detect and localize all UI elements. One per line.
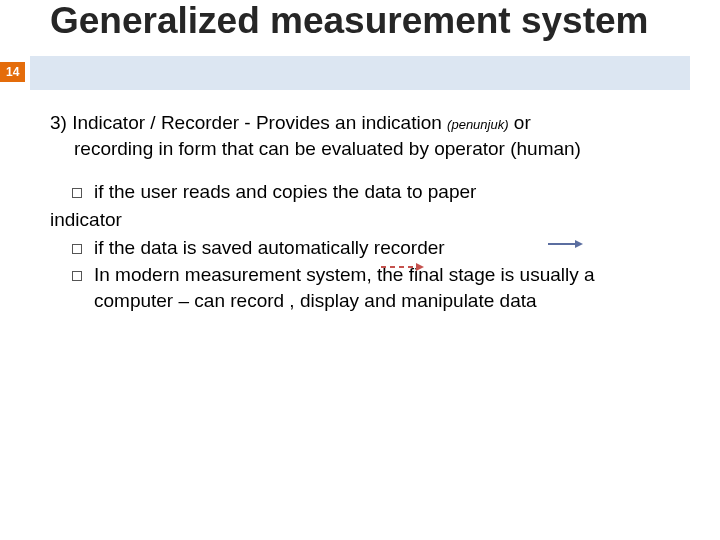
bullet-square-icon: [72, 244, 82, 254]
bullet-1-wrap: indicator: [50, 207, 670, 233]
title-band: [30, 56, 690, 90]
para1-line2: recording in form that can be evaluated …: [74, 136, 670, 162]
bullet-square-icon: [72, 271, 82, 281]
page-number-badge: 14: [0, 62, 25, 82]
slide: 14 Generalized measurement system 3) Ind…: [0, 0, 720, 540]
para1-penunjuk: (penunjuk): [447, 117, 508, 132]
bullet-2-text: if the data is saved automatically recor…: [94, 235, 670, 261]
bullet-1-text: if the user reads and copies the data to…: [94, 179, 670, 205]
bullet-square-icon: [72, 188, 82, 198]
body-content: 3) Indicator / Recorder - Provides an in…: [50, 110, 670, 315]
list-item: if the data is saved automatically recor…: [72, 235, 670, 261]
list-item: In modern measurement system, the final …: [72, 262, 670, 313]
bullet-3-text: In modern measurement system, the final …: [94, 262, 670, 313]
para1-lead: 3) Indicator / Recorder - Provides an in…: [50, 112, 447, 133]
bullet-list: if the user reads and copies the data to…: [50, 179, 670, 313]
slide-title: Generalized measurement system: [50, 0, 648, 43]
paragraph-main: 3) Indicator / Recorder - Provides an in…: [50, 110, 670, 161]
list-item: if the user reads and copies the data to…: [72, 179, 670, 205]
para1-tail: or: [509, 112, 531, 133]
